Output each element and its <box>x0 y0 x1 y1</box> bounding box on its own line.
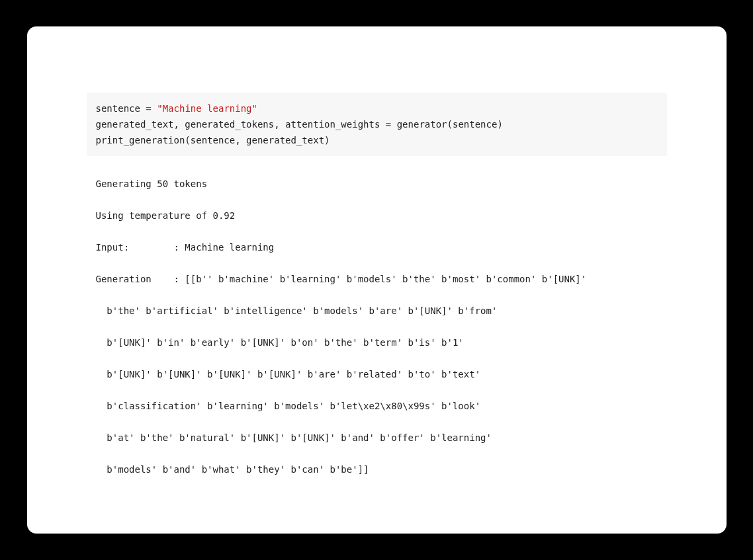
output-line: Generating 50 tokens <box>96 176 667 192</box>
output-line: b'at' b'the' b'natural' b'[UNK]' b'[UNK]… <box>96 430 667 446</box>
output-line: Using temperature of 0.92 <box>96 208 667 223</box>
output-line: b'the' b'artificial' b'intelligence' b'm… <box>96 303 667 319</box>
output-line: b'models' b'and' b'what' b'they' b'can' … <box>96 461 667 477</box>
notebook-window: sentence = "Machine learning" generated_… <box>27 26 727 534</box>
code-cell[interactable]: sentence = "Machine learning" generated_… <box>87 93 667 156</box>
code-line-1: sentence = "Machine learning" <box>96 100 658 116</box>
output-line: b'classification' b'learning' b'models' … <box>96 398 667 414</box>
output-line: b'[UNK]' b'in' b'early' b'[UNK]' b'on' b… <box>96 335 667 350</box>
code-line-2: generated_text, generated_tokens, attent… <box>96 116 658 132</box>
output-line: Generation : [[b'' b'machine' b'learning… <box>96 271 667 287</box>
output-area: Generating 50 tokens Using temperature o… <box>87 176 667 477</box>
code-line-3: print_generation(sentence, generated_tex… <box>96 132 658 148</box>
output-line: Input: : Machine learning <box>96 239 667 255</box>
output-line: b'[UNK]' b'[UNK]' b'[UNK]' b'[UNK]' b'ar… <box>96 366 667 382</box>
